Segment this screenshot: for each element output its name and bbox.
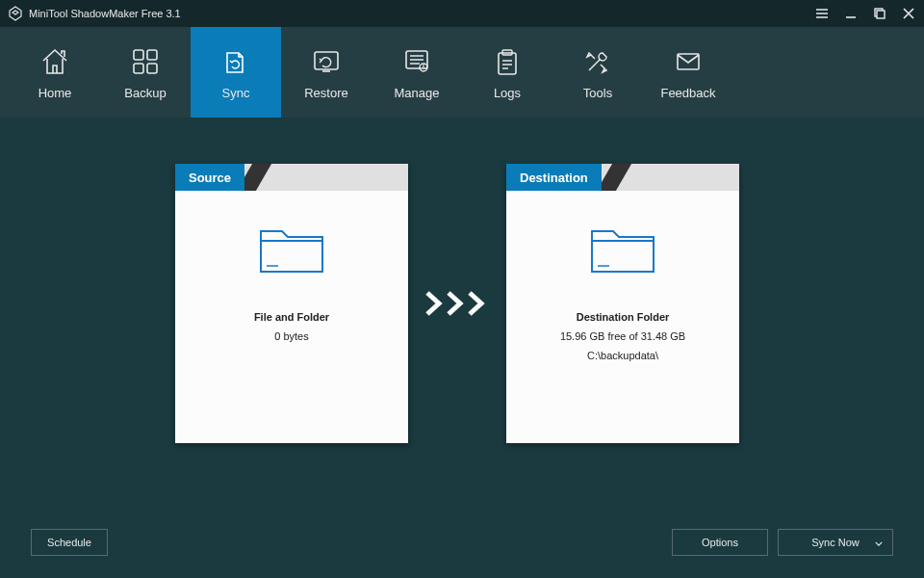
nav-restore[interactable]: Restore (281, 27, 372, 118)
nav-feedback[interactable]: Feedback (643, 27, 733, 118)
svg-rect-4 (134, 64, 143, 73)
footer: Schedule Options Sync Now (0, 528, 924, 557)
source-text: File and Folder 0 bytes (254, 308, 329, 347)
feedback-icon (672, 45, 705, 78)
svg-rect-5 (147, 64, 157, 73)
nav-label: Feedback (660, 86, 715, 100)
logs-icon (491, 45, 524, 78)
destination-path: C:\backupdata\ (587, 350, 658, 361)
source-tab-label: Source (175, 164, 244, 191)
close-icon[interactable] (901, 6, 916, 21)
tools-icon (581, 45, 614, 78)
caret-down-icon (875, 537, 883, 548)
destination-heading: Destination Folder (577, 311, 670, 323)
app-logo-icon (8, 6, 23, 21)
nav-label: Tools (583, 86, 612, 100)
titlebar: MiniTool ShadowMaker Free 3.1 (0, 0, 924, 27)
svg-rect-9 (499, 53, 516, 74)
menu-icon[interactable] (814, 6, 830, 21)
navbar: Home Backup Sync Restore Manage Logs T (0, 27, 924, 118)
nav-label: Restore (304, 86, 348, 100)
nav-label: Sync (222, 86, 250, 100)
nav-label: Backup (124, 86, 166, 100)
manage-icon (400, 45, 433, 78)
destination-free: 15.96 GB free of 31.48 GB (560, 330, 685, 342)
destination-text: Destination Folder 15.96 GB free of 31.4… (560, 308, 685, 365)
source-heading: File and Folder (254, 311, 329, 323)
nav-home[interactable]: Home (10, 27, 100, 118)
arrows-icon (425, 291, 489, 316)
maximize-icon[interactable] (872, 6, 887, 21)
folder-icon (255, 218, 328, 279)
nav-label: Logs (494, 86, 521, 100)
sync-icon (219, 45, 252, 78)
content-area: Source File and Folder 0 bytes Destinati… (0, 118, 924, 522)
nav-tools[interactable]: Tools (552, 27, 643, 118)
restore-icon (310, 45, 343, 78)
nav-manage[interactable]: Manage (372, 27, 462, 118)
source-size: 0 bytes (274, 330, 308, 342)
sync-now-label: Sync Now (811, 537, 860, 548)
svg-rect-2 (134, 50, 143, 60)
destination-card[interactable]: Destination Destination Folder 15.96 GB … (506, 164, 739, 443)
home-icon (38, 45, 71, 78)
nav-sync[interactable]: Sync (191, 27, 281, 118)
app-title: MiniTool ShadowMaker Free 3.1 (29, 8, 814, 19)
schedule-button[interactable]: Schedule (31, 529, 108, 556)
sync-now-button[interactable]: Sync Now (778, 529, 893, 556)
destination-tab-label: Destination (506, 164, 602, 191)
nav-backup[interactable]: Backup (100, 27, 191, 118)
minimize-icon[interactable] (843, 6, 859, 21)
backup-icon (129, 45, 162, 78)
svg-rect-1 (877, 11, 885, 18)
nav-label: Home (38, 86, 72, 100)
nav-label: Manage (395, 86, 440, 100)
source-card[interactable]: Source File and Folder 0 bytes (175, 164, 408, 443)
nav-logs[interactable]: Logs (462, 27, 552, 118)
folder-icon (586, 218, 659, 279)
svg-rect-3 (147, 50, 157, 60)
options-button[interactable]: Options (672, 529, 768, 556)
svg-rect-11 (678, 54, 699, 69)
